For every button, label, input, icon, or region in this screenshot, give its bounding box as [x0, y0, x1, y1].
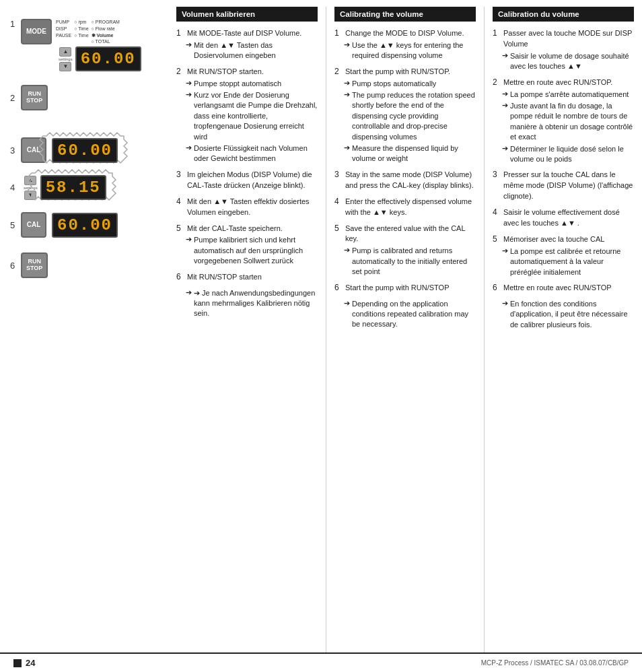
mode-labels: PUMP DISP PAUSE ○ rpm ○ Time ○ Time ○ PR…	[56, 19, 141, 45]
french-step-4-text: Saisir le volume effectivement dosé avec…	[503, 207, 634, 229]
step-number-3: 3	[10, 145, 21, 156]
time2-label: ○ Time	[74, 32, 88, 39]
lcd-display-1: 60.00	[75, 46, 141, 71]
english-column: Calibrating the volume 1 Change the MODE…	[326, 7, 484, 652]
french-step-2-bullet-1: ➔ La pompe s'arrête automatiquement	[502, 90, 634, 100]
english-note: ➔ Depending on the application condition…	[344, 299, 476, 330]
french-step-3: 3 Presser sur la touche CAL dans le même…	[493, 170, 634, 202]
step-row-3: 3 CAL 60.00	[10, 137, 158, 163]
german-step-5-bullet-1: ➔ Pumpe kalibriert sich und kehrt automa…	[186, 235, 318, 266]
step-number-4: 4	[10, 182, 21, 193]
footer-left: 24	[13, 658, 35, 668]
rpm-label: ○ rpm	[74, 19, 88, 26]
up-arrow-1[interactable]: ▲	[59, 47, 71, 57]
spiky-display-3: 60.00	[52, 138, 118, 163]
page-number: 24	[26, 658, 35, 668]
step-row-5: 5 CAL 60.00	[10, 212, 158, 238]
german-bullet-2-2-text: Kurz vor Ende der Dosierung verlangsamt …	[194, 90, 318, 142]
lcd-display-5: 60.00	[52, 213, 118, 238]
german-bullet-1-text: Mit den ▲▼ Tasten das Dosiervolumen eing…	[194, 40, 318, 61]
german-step-2-bullet-2: ➔ Kurz vor Ende der Dosierung verlangsam…	[186, 90, 318, 142]
french-bullet-5-text: La pompe est calibrée et retourne automa…	[510, 246, 634, 277]
run-stop-button-6[interactable]: RUNSTOP	[21, 253, 48, 278]
total-label: ○ TOTAL	[92, 38, 120, 45]
arrow-sym-5: ➔	[186, 235, 192, 266]
french-step-3-num: 3	[493, 170, 501, 202]
mode-button[interactable]: MODE	[21, 19, 52, 44]
settings-label-1: settings	[59, 57, 73, 61]
down-arrow-1[interactable]: ▼	[59, 62, 71, 71]
french-step-4-num: 4	[493, 207, 501, 229]
cal-button-5[interactable]: CAL	[21, 212, 46, 238]
english-note-text: Depending on the application conditions …	[352, 299, 476, 330]
main-content: 1 MODE PUMP DISP PAUSE ○ rpm ○ Time ○	[0, 0, 642, 652]
arrow-sym-fr-2: ➔	[502, 90, 508, 100]
french-step-1-text: Passer avec la touche MODE sur DISP Volu…	[503, 28, 634, 50]
german-step-5: 5 Mit der CAL-Taste speichern. ➔ Pumpe k…	[176, 224, 318, 267]
right-labels: ○ PROGRAM ○ Flow rate ✱ Volume ○ TOTAL	[92, 19, 120, 45]
english-header: Calibrating the volume	[334, 7, 476, 22]
french-bullet-1-text: Saisir le volume de dosage souhaité avec…	[510, 51, 634, 72]
english-step-2: 2 Start the pump with RUN/STOP. ➔ Pump s…	[334, 67, 476, 164]
time1-label: ○ Time	[74, 26, 88, 32]
english-step-3-num: 3	[334, 170, 343, 191]
step-number-2: 2	[10, 93, 21, 103]
arrow-sym-note-de: ➔	[186, 288, 192, 319]
arrow-sym-en-1: ➔	[344, 40, 350, 61]
french-step-2-bullet-2: ➔ Juste avant la fin du dosage, la pompe…	[502, 101, 634, 143]
arrow-sym: ➔	[186, 40, 192, 61]
english-step-2-bullet-2: ➔ The pump reduces the rotation speed sh…	[344, 90, 476, 142]
footer-right-text: MCP-Z Process / ISMATEC SA / 03.08.07/CB…	[481, 659, 629, 667]
german-step-6-text: Mit RUN/STOP starten	[187, 272, 262, 283]
english-step-4-text: Enter the effectively dispensed volume w…	[345, 197, 476, 218]
french-step-1-bullet: ➔ Saisir le volume de dosage souhaité av…	[502, 51, 634, 72]
german-step-4-text: Mit den ▲▼ Tasten effektiv dosiertes Vol…	[187, 197, 318, 218]
french-step-2-text: Mettre en route avec RUN/STOP.	[503, 77, 612, 88]
step-row-1: 1 MODE PUMP DISP PAUSE ○ rpm ○ Time ○	[10, 19, 158, 71]
arrow-sym-en-5: ➔	[344, 246, 350, 277]
english-bullet-1-text: Use the ▲▼ keys for entering the require…	[352, 40, 476, 61]
arrow-sym-note-en: ➔	[344, 299, 350, 330]
german-step-1-bullet-1: ➔ Mit den ▲▼ Tasten das Dosiervolumen ei…	[186, 40, 318, 61]
french-bullet-2-3-text: Déterminer le liquide dosé selon le volu…	[510, 144, 634, 165]
english-step-3: 3 Stay in the same mode (DISP Volume) an…	[334, 170, 476, 191]
english-step-6-num: 6	[334, 283, 343, 294]
english-step-6: 6 Start the pump with RUN/STOP	[334, 283, 476, 294]
german-note-text: ➔ Je nach Anwendungsbedingungen kann meh…	[194, 288, 318, 319]
german-step-6: 6 Mit RUN/STOP starten	[176, 272, 318, 283]
german-step-3-num: 3	[176, 170, 184, 191]
german-bullet-2-1-text: Pumpe stoppt automatisch	[194, 79, 281, 89]
english-step-5-text: Save the entered value with the CAL key.	[345, 224, 476, 245]
french-step-6-num: 6	[493, 283, 501, 294]
step-number-1: 1	[10, 19, 21, 29]
german-step-3-text: Im gleichen Modus (DISP Volume) die CAL-…	[187, 170, 318, 191]
english-step-2-bullet-3: ➔ Measure the dispensed liquid by volume…	[344, 143, 476, 164]
french-bullet-2-2-text: Juste avant la fin du dosage, la pompe r…	[510, 101, 634, 143]
arrow-sym-2: ➔	[186, 79, 192, 89]
arrow-sym-en-3: ➔	[344, 90, 350, 142]
run-stop-button-2[interactable]: RUNSTOP	[21, 85, 48, 110]
step1-display-area: PUMP DISP PAUSE ○ rpm ○ Time ○ Time ○ PR…	[56, 19, 141, 71]
french-step-5-text: Mémoriser avec la touche CAL	[503, 234, 604, 245]
arrow-sym-3: ➔	[186, 90, 192, 142]
text-columns: Volumen kalibrieren 1 Mit MODE-Taste auf…	[168, 7, 642, 652]
step-row-2: 2 RUNSTOP	[10, 85, 158, 110]
settings-group-1: ▲ settings ▼	[59, 47, 73, 71]
english-step-5-bullet: ➔ Pump is calibrated and returns automat…	[344, 246, 476, 277]
german-step-2-bullet-3: ➔ Dosierte Flüssigkeit nach Volumen oder…	[186, 143, 318, 164]
german-step-6-num: 6	[176, 272, 184, 283]
arrow-sym-fr-4: ➔	[502, 144, 508, 165]
german-step-2-text: Mit RUN/STOP starten.	[187, 67, 264, 77]
french-step-5-bullet: ➔ La pompe est calibrée et retourne auto…	[502, 246, 634, 277]
english-step-6-text: Start the pump with RUN/STOP	[345, 283, 449, 294]
french-step-2-num: 2	[493, 77, 501, 88]
french-step-6: 6 Mettre en route avec RUN/STOP	[493, 283, 634, 294]
german-step-1: 1 Mit MODE-Taste auf DISP Volume. ➔ Mit …	[176, 28, 318, 61]
german-step-1-text: Mit MODE-Taste auf DISP Volume.	[187, 28, 301, 39]
english-step-1-text: Change the MODE to DISP Volume.	[345, 28, 464, 39]
step-number-5: 5	[10, 220, 21, 230]
french-note-text: En fonction des conditions d'application…	[510, 299, 634, 330]
device-panel: 1 MODE PUMP DISP PAUSE ○ rpm ○ Time ○	[0, 7, 168, 652]
arrow-sym-note-fr: ➔	[502, 299, 508, 330]
lcd-display-3: 60.00	[52, 138, 118, 163]
